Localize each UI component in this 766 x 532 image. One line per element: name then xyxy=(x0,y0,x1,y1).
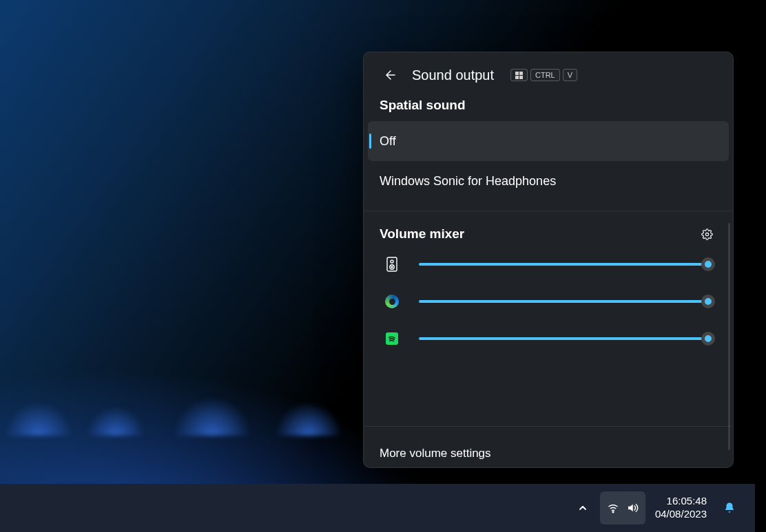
mixer-row-system xyxy=(384,257,712,272)
volume-icon xyxy=(626,502,639,514)
bell-icon xyxy=(723,502,736,514)
spotify-icon xyxy=(384,331,400,346)
ctrl-key: CTRL xyxy=(530,69,560,81)
sound-output-flyout: Sound output CTRL V Spatial sound Off Wi… xyxy=(363,52,734,468)
flyout-title: Sound output xyxy=(412,67,494,83)
spatial-sound-options: Off Windows Sonic for Headphones xyxy=(364,121,733,201)
slider-thumb[interactable] xyxy=(701,332,715,345)
speaker-device-icon xyxy=(384,257,400,272)
scrollbar[interactable] xyxy=(728,223,730,450)
mixer-settings-button[interactable] xyxy=(696,224,717,244)
taskbar-clock[interactable]: 16:05:48 04/08/2023 xyxy=(651,491,711,524)
svg-rect-3 xyxy=(519,76,523,79)
volume-slider-edge[interactable] xyxy=(419,295,712,308)
slider-track xyxy=(419,337,712,340)
wifi-icon xyxy=(607,502,619,514)
gear-icon xyxy=(701,228,713,240)
volume-mixer-label: Volume mixer xyxy=(380,226,464,242)
chevron-up-icon xyxy=(578,503,588,513)
svg-point-6 xyxy=(391,260,393,263)
slider-thumb[interactable] xyxy=(701,295,715,308)
svg-rect-0 xyxy=(515,72,519,75)
tray-overflow-button[interactable] xyxy=(571,491,594,524)
volume-slider-spotify[interactable] xyxy=(419,332,712,345)
svg-rect-1 xyxy=(519,72,523,75)
spatial-option-off[interactable]: Off xyxy=(368,121,729,161)
keyboard-shortcut: CTRL V xyxy=(510,69,577,81)
svg-rect-2 xyxy=(515,76,519,79)
slider-track xyxy=(419,263,712,266)
more-link-label: More volume settings xyxy=(380,447,491,460)
mixer-row-edge xyxy=(384,294,712,309)
wallpaper-detail xyxy=(0,353,386,436)
slider-thumb[interactable] xyxy=(701,257,715,271)
option-label: Windows Sonic for Headphones xyxy=(380,174,556,189)
screen-edge xyxy=(755,484,766,532)
edge-icon xyxy=(384,294,400,309)
arrow-left-icon xyxy=(382,68,396,82)
taskbar-date: 04/08/2023 xyxy=(655,508,707,521)
spatial-sound-label: Spatial sound xyxy=(364,92,733,121)
taskbar: 16:05:48 04/08/2023 xyxy=(0,484,755,532)
windows-key-icon xyxy=(510,69,528,81)
notifications-button[interactable] xyxy=(716,491,743,524)
volume-mixer-header: Volume mixer xyxy=(364,211,733,254)
flyout-header: Sound output CTRL V xyxy=(364,52,733,92)
svg-point-9 xyxy=(612,511,614,513)
spatial-option-sonic[interactable]: Windows Sonic for Headphones xyxy=(368,161,729,201)
mixer-row-spotify xyxy=(384,331,712,346)
v-key: V xyxy=(563,69,577,81)
more-volume-settings-link[interactable]: More volume settings xyxy=(364,426,733,467)
svg-point-8 xyxy=(391,266,393,268)
volume-slider-system[interactable] xyxy=(419,257,712,271)
taskbar-time: 16:05:48 xyxy=(667,495,707,508)
option-label: Off xyxy=(380,134,396,149)
svg-point-4 xyxy=(705,233,708,235)
back-button[interactable] xyxy=(379,65,400,85)
network-sound-tray[interactable] xyxy=(600,491,645,524)
slider-track xyxy=(419,300,712,303)
volume-mixer-rows xyxy=(364,254,733,353)
